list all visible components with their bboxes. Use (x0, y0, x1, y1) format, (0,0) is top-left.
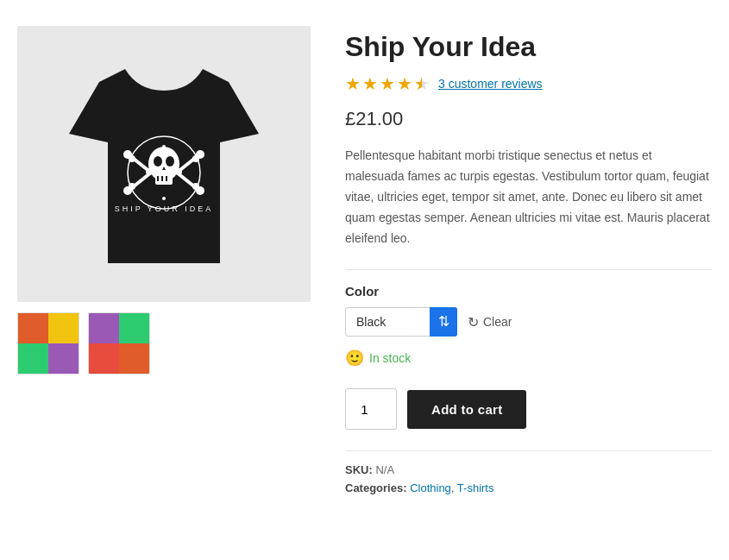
sku-row: SKU: N/A (345, 463, 712, 476)
svg-rect-28 (48, 313, 79, 343)
svg-point-18 (129, 155, 135, 162)
color-section: Color Black White Red Blue ⇅ (345, 284, 712, 337)
thumbnail-1[interactable] (17, 312, 79, 374)
thumbnail-row (17, 312, 311, 374)
clear-button[interactable]: ↻ Clear (468, 314, 512, 330)
product-title: Ship Your Idea (345, 30, 712, 63)
smile-icon: 🙂 (345, 349, 364, 368)
product-layout: SHIP YOUR IDEA (17, 26, 712, 500)
category-tshirts-link[interactable]: T-shirts (457, 481, 494, 494)
thumbnail-2[interactable] (88, 312, 150, 374)
star-5-half: ★★ (414, 73, 430, 94)
svg-text:SHIP YOUR IDEA: SHIP YOUR IDEA (115, 204, 214, 213)
star-4: ★ (397, 73, 412, 94)
svg-point-21 (192, 155, 199, 162)
svg-rect-26 (18, 313, 48, 343)
clear-label: Clear (483, 315, 512, 329)
color-select[interactable]: Black White Red Blue (345, 307, 457, 337)
categories-row: Categories: Clothing, T-shirts (345, 481, 712, 494)
tshirt-svg: SHIP YOUR IDEA (52, 39, 276, 289)
product-description: Pellentesque habitant morbi tristique se… (345, 146, 712, 249)
star-3: ★ (380, 73, 395, 94)
divider-1 (345, 269, 712, 270)
svg-rect-33 (119, 313, 149, 343)
categories-label: Categories: (345, 481, 407, 494)
product-price: £21.00 (345, 108, 712, 130)
page-container: SHIP YOUR IDEA (0, 0, 729, 525)
color-label: Color (345, 284, 712, 299)
cart-row: Add to cart (345, 388, 712, 430)
main-product-image: SHIP YOUR IDEA (17, 26, 311, 302)
rating-row: ★ ★ ★ ★ ★★ 3 customer reviews (345, 73, 712, 94)
product-images: SHIP YOUR IDEA (17, 26, 311, 374)
svg-rect-31 (89, 313, 119, 343)
star-rating: ★ ★ ★ ★ ★★ (345, 73, 430, 94)
add-to-cart-button[interactable]: Add to cart (407, 390, 526, 429)
in-stock-row: 🙂 In stock (345, 349, 712, 368)
refresh-icon: ↻ (468, 314, 479, 330)
svg-rect-32 (119, 343, 149, 374)
svg-rect-27 (48, 343, 79, 374)
color-select-wrapper: Black White Red Blue ⇅ (345, 307, 457, 337)
svg-point-3 (154, 156, 162, 167)
svg-rect-34 (89, 343, 119, 374)
reviews-link[interactable]: 3 customer reviews (438, 77, 543, 91)
svg-point-10 (129, 183, 135, 190)
color-select-row: Black White Red Blue ⇅ ↻ Clear (345, 307, 712, 337)
svg-point-24 (162, 197, 166, 200)
meta-divider (345, 450, 712, 451)
sku-value: N/A (375, 463, 394, 476)
star-2: ★ (362, 73, 378, 94)
sku-label: SKU: (345, 463, 373, 476)
category-clothing-link[interactable]: Clothing (410, 481, 451, 494)
in-stock-label: In stock (369, 351, 411, 365)
svg-point-4 (166, 156, 174, 167)
quantity-input[interactable] (345, 388, 397, 430)
svg-rect-29 (18, 343, 48, 374)
svg-point-14 (192, 183, 199, 190)
product-info: Ship Your Idea ★ ★ ★ ★ ★★ 3 customer rev… (345, 26, 712, 500)
svg-point-23 (162, 145, 166, 148)
category-separator: , (451, 481, 457, 494)
star-1: ★ (345, 73, 361, 94)
